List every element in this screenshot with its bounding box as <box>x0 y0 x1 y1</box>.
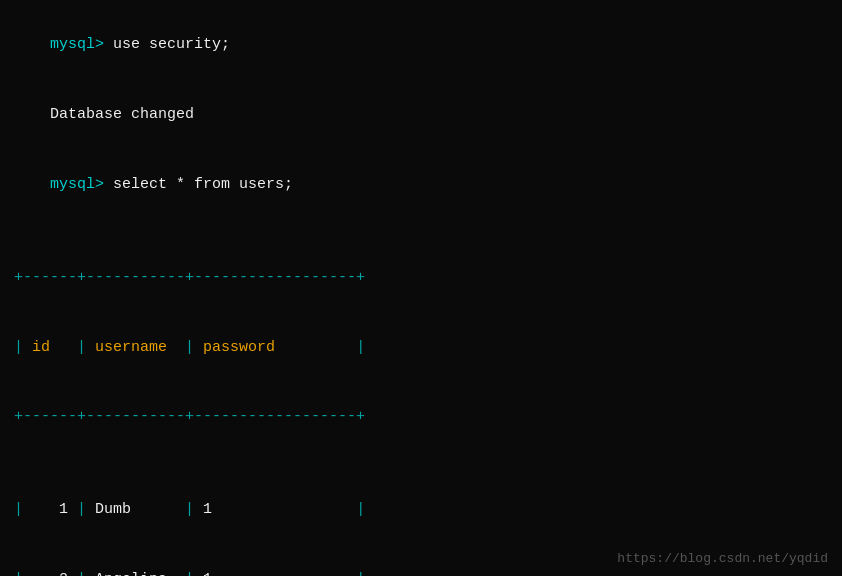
query-result-table: +------+-----------+------------------+ … <box>14 219 828 576</box>
table-top-border: +------+-----------+------------------+ <box>14 266 828 289</box>
table-row: | 2 | Angelina | 1 | <box>14 568 828 576</box>
prompt-1: mysql> <box>50 36 113 53</box>
cmd-1: use security; <box>113 36 230 53</box>
table-header: | id | username | password | <box>14 336 828 359</box>
cmd-2: select * from users; <box>113 176 293 193</box>
command-line-2: mysql> select * from users; <box>14 150 828 220</box>
watermark: https://blog.csdn.net/yqdid <box>617 551 828 566</box>
terminal: mysql> use security; Database changed my… <box>0 0 842 576</box>
table-row: | 1 | Dumb | 1 | <box>14 498 828 521</box>
table-mid-border: +------+-----------+------------------+ <box>14 405 828 428</box>
output-db-changed: Database changed <box>14 80 828 150</box>
prompt-2: mysql> <box>50 176 113 193</box>
command-line-1: mysql> use security; <box>14 10 828 80</box>
